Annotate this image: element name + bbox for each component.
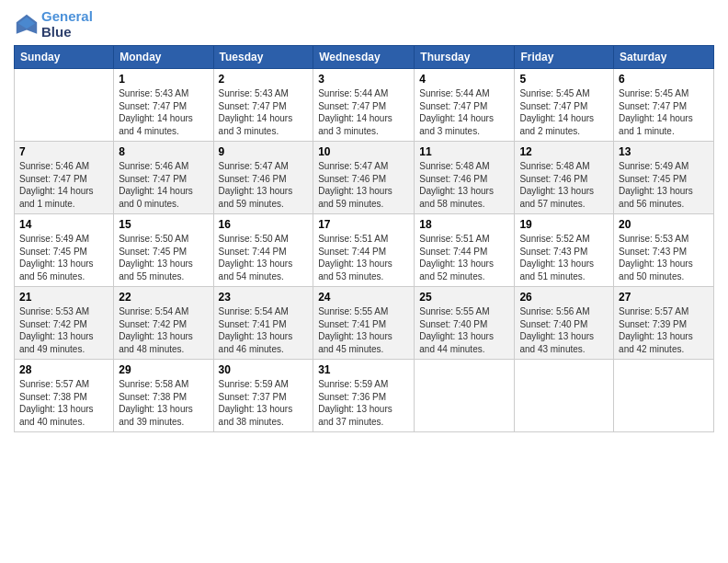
calendar-day-cell: 17Sunrise: 5:51 AM Sunset: 7:44 PM Dayli… bbox=[313, 214, 415, 287]
day-info: Sunrise: 5:50 AM Sunset: 7:45 PM Dayligh… bbox=[119, 233, 208, 282]
calendar-header-row: SundayMondayTuesdayWednesdayThursdayFrid… bbox=[15, 46, 714, 69]
calendar-day-cell: 4Sunrise: 5:44 AM Sunset: 7:47 PM Daylig… bbox=[415, 69, 515, 142]
calendar-header-day: Sunday bbox=[15, 46, 114, 69]
calendar-day-cell: 16Sunrise: 5:50 AM Sunset: 7:44 PM Dayli… bbox=[213, 214, 313, 287]
calendar-header-day: Friday bbox=[515, 46, 614, 69]
day-info: Sunrise: 5:58 AM Sunset: 7:38 PM Dayligh… bbox=[119, 378, 208, 428]
calendar-day-cell: 24Sunrise: 5:55 AM Sunset: 7:41 PM Dayli… bbox=[313, 287, 415, 360]
day-info: Sunrise: 5:51 AM Sunset: 7:44 PM Dayligh… bbox=[318, 233, 409, 282]
calendar-week-row: 28Sunrise: 5:57 AM Sunset: 7:38 PM Dayli… bbox=[15, 360, 714, 432]
day-info: Sunrise: 5:46 AM Sunset: 7:47 PM Dayligh… bbox=[19, 160, 108, 210]
calendar-day-cell: 19Sunrise: 5:52 AM Sunset: 7:43 PM Dayli… bbox=[515, 214, 614, 287]
day-info: Sunrise: 5:45 AM Sunset: 7:47 PM Dayligh… bbox=[519, 87, 609, 137]
day-number: 19 bbox=[519, 218, 609, 231]
day-number: 23 bbox=[219, 291, 309, 304]
calendar-header-day: Thursday bbox=[415, 46, 515, 69]
day-number: 5 bbox=[519, 73, 609, 86]
day-number: 4 bbox=[419, 73, 509, 86]
day-number: 13 bbox=[619, 145, 709, 158]
calendar-header-day: Tuesday bbox=[213, 46, 313, 69]
day-info: Sunrise: 5:44 AM Sunset: 7:47 PM Dayligh… bbox=[318, 87, 409, 137]
day-info: Sunrise: 5:47 AM Sunset: 7:46 PM Dayligh… bbox=[219, 160, 309, 210]
day-info: Sunrise: 5:46 AM Sunset: 7:47 PM Dayligh… bbox=[119, 160, 208, 210]
calendar-day-cell bbox=[15, 69, 114, 142]
day-number: 17 bbox=[318, 218, 409, 231]
day-info: Sunrise: 5:49 AM Sunset: 7:45 PM Dayligh… bbox=[619, 160, 709, 210]
day-number: 22 bbox=[119, 291, 208, 304]
day-number: 16 bbox=[219, 218, 309, 231]
day-info: Sunrise: 5:48 AM Sunset: 7:46 PM Dayligh… bbox=[519, 160, 609, 210]
calendar-day-cell: 8Sunrise: 5:46 AM Sunset: 7:47 PM Daylig… bbox=[114, 142, 213, 214]
day-info: Sunrise: 5:54 AM Sunset: 7:41 PM Dayligh… bbox=[219, 305, 309, 355]
calendar-day-cell: 5Sunrise: 5:45 AM Sunset: 7:47 PM Daylig… bbox=[515, 69, 614, 142]
day-info: Sunrise: 5:54 AM Sunset: 7:42 PM Dayligh… bbox=[119, 305, 208, 355]
calendar-day-cell: 13Sunrise: 5:49 AM Sunset: 7:45 PM Dayli… bbox=[614, 142, 714, 214]
logo-text: General Blue bbox=[41, 9, 93, 40]
day-info: Sunrise: 5:47 AM Sunset: 7:46 PM Dayligh… bbox=[318, 160, 409, 210]
day-number: 7 bbox=[19, 145, 108, 158]
day-info: Sunrise: 5:52 AM Sunset: 7:43 PM Dayligh… bbox=[519, 233, 609, 282]
day-info: Sunrise: 5:50 AM Sunset: 7:44 PM Dayligh… bbox=[219, 233, 309, 282]
day-info: Sunrise: 5:49 AM Sunset: 7:45 PM Dayligh… bbox=[19, 233, 108, 282]
day-info: Sunrise: 5:43 AM Sunset: 7:47 PM Dayligh… bbox=[219, 87, 309, 137]
day-number: 12 bbox=[519, 145, 609, 158]
day-info: Sunrise: 5:57 AM Sunset: 7:38 PM Dayligh… bbox=[19, 378, 108, 428]
calendar-day-cell: 6Sunrise: 5:45 AM Sunset: 7:47 PM Daylig… bbox=[614, 69, 714, 142]
header: General Blue bbox=[14, 9, 714, 40]
day-number: 2 bbox=[219, 73, 309, 86]
day-number: 30 bbox=[219, 363, 309, 376]
day-number: 29 bbox=[119, 363, 208, 376]
calendar-day-cell: 21Sunrise: 5:53 AM Sunset: 7:42 PM Dayli… bbox=[15, 287, 114, 360]
calendar-day-cell: 1Sunrise: 5:43 AM Sunset: 7:47 PM Daylig… bbox=[114, 69, 213, 142]
calendar-day-cell: 14Sunrise: 5:49 AM Sunset: 7:45 PM Dayli… bbox=[15, 214, 114, 287]
calendar-header-day: Saturday bbox=[614, 46, 714, 69]
day-info: Sunrise: 5:59 AM Sunset: 7:36 PM Dayligh… bbox=[318, 378, 409, 428]
calendar-header-day: Wednesday bbox=[313, 46, 415, 69]
day-info: Sunrise: 5:43 AM Sunset: 7:47 PM Dayligh… bbox=[119, 87, 208, 137]
calendar-day-cell: 3Sunrise: 5:44 AM Sunset: 7:47 PM Daylig… bbox=[313, 69, 415, 142]
calendar-week-row: 14Sunrise: 5:49 AM Sunset: 7:45 PM Dayli… bbox=[15, 214, 714, 287]
day-info: Sunrise: 5:48 AM Sunset: 7:46 PM Dayligh… bbox=[419, 160, 509, 210]
calendar-table: SundayMondayTuesdayWednesdayThursdayFrid… bbox=[14, 45, 714, 432]
day-info: Sunrise: 5:56 AM Sunset: 7:40 PM Dayligh… bbox=[519, 305, 609, 355]
calendar-day-cell: 18Sunrise: 5:51 AM Sunset: 7:44 PM Dayli… bbox=[415, 214, 515, 287]
day-info: Sunrise: 5:53 AM Sunset: 7:42 PM Dayligh… bbox=[19, 305, 108, 355]
logo: General Blue bbox=[14, 9, 93, 40]
calendar-day-cell: 28Sunrise: 5:57 AM Sunset: 7:38 PM Dayli… bbox=[15, 360, 114, 432]
calendar-day-cell: 25Sunrise: 5:55 AM Sunset: 7:40 PM Dayli… bbox=[415, 287, 515, 360]
day-info: Sunrise: 5:45 AM Sunset: 7:47 PM Dayligh… bbox=[619, 87, 709, 137]
day-number: 25 bbox=[419, 291, 509, 304]
day-info: Sunrise: 5:59 AM Sunset: 7:37 PM Dayligh… bbox=[219, 378, 309, 428]
calendar-day-cell: 31Sunrise: 5:59 AM Sunset: 7:36 PM Dayli… bbox=[313, 360, 415, 432]
calendar-day-cell: 20Sunrise: 5:53 AM Sunset: 7:43 PM Dayli… bbox=[614, 214, 714, 287]
day-number: 8 bbox=[119, 145, 208, 158]
day-info: Sunrise: 5:55 AM Sunset: 7:41 PM Dayligh… bbox=[318, 305, 409, 355]
day-number: 20 bbox=[619, 218, 709, 231]
day-number: 3 bbox=[318, 73, 409, 86]
calendar-day-cell: 27Sunrise: 5:57 AM Sunset: 7:39 PM Dayli… bbox=[614, 287, 714, 360]
day-number: 14 bbox=[19, 218, 108, 231]
day-number: 27 bbox=[619, 291, 709, 304]
calendar-day-cell: 29Sunrise: 5:58 AM Sunset: 7:38 PM Dayli… bbox=[114, 360, 213, 432]
page-container: General Blue SundayMondayTuesdayWednesda… bbox=[0, 0, 728, 442]
day-number: 9 bbox=[219, 145, 309, 158]
calendar-day-cell: 2Sunrise: 5:43 AM Sunset: 7:47 PM Daylig… bbox=[213, 69, 313, 142]
day-info: Sunrise: 5:57 AM Sunset: 7:39 PM Dayligh… bbox=[619, 305, 709, 355]
calendar-day-cell bbox=[415, 360, 515, 432]
calendar-day-cell: 7Sunrise: 5:46 AM Sunset: 7:47 PM Daylig… bbox=[15, 142, 114, 214]
day-number: 18 bbox=[419, 218, 509, 231]
calendar-day-cell: 12Sunrise: 5:48 AM Sunset: 7:46 PM Dayli… bbox=[515, 142, 614, 214]
calendar-day-cell: 22Sunrise: 5:54 AM Sunset: 7:42 PM Dayli… bbox=[114, 287, 213, 360]
calendar-day-cell: 23Sunrise: 5:54 AM Sunset: 7:41 PM Dayli… bbox=[213, 287, 313, 360]
day-number: 10 bbox=[318, 145, 409, 158]
calendar-week-row: 7Sunrise: 5:46 AM Sunset: 7:47 PM Daylig… bbox=[15, 142, 714, 214]
day-info: Sunrise: 5:53 AM Sunset: 7:43 PM Dayligh… bbox=[619, 233, 709, 282]
day-info: Sunrise: 5:55 AM Sunset: 7:40 PM Dayligh… bbox=[419, 305, 509, 355]
calendar-day-cell: 10Sunrise: 5:47 AM Sunset: 7:46 PM Dayli… bbox=[313, 142, 415, 214]
calendar-week-row: 21Sunrise: 5:53 AM Sunset: 7:42 PM Dayli… bbox=[15, 287, 714, 360]
calendar-header-day: Monday bbox=[114, 46, 213, 69]
day-number: 31 bbox=[318, 363, 409, 376]
day-number: 1 bbox=[119, 73, 208, 86]
day-number: 28 bbox=[19, 363, 108, 376]
calendar-day-cell bbox=[515, 360, 614, 432]
